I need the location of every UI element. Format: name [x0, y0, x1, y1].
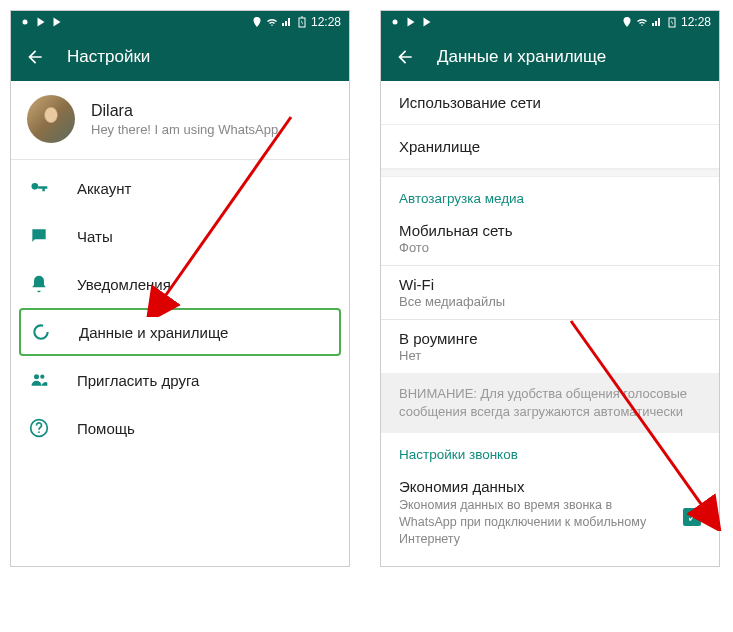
toolbar-title: Данные и хранилище — [437, 47, 606, 67]
status-left — [19, 16, 63, 28]
menu-list: Аккаунт Чаты Уведомления Данные и хранил… — [11, 160, 349, 456]
section-header-media: Автозагрузка медиа — [381, 177, 719, 212]
status-bar: 12:28 — [11, 11, 349, 33]
item-value: Нет — [399, 348, 701, 363]
checkbox-desc: Экономия данных во время звонка в WhatsA… — [399, 497, 671, 548]
menu-label: Уведомления — [77, 276, 171, 293]
key-icon — [29, 178, 49, 198]
status-time: 12:28 — [311, 15, 341, 29]
people-icon — [29, 370, 49, 390]
menu-label: Аккаунт — [77, 180, 131, 197]
svg-point-6 — [38, 431, 40, 433]
item-value: Фото — [399, 240, 701, 255]
item-title: Использование сети — [399, 94, 701, 111]
svg-point-8 — [393, 20, 398, 25]
checkbox-title: Экономия данных — [399, 478, 671, 495]
wifi-icon — [636, 16, 648, 28]
debug-icon — [19, 16, 31, 28]
help-icon — [29, 418, 49, 438]
play-icon-2 — [51, 16, 63, 28]
menu-chats[interactable]: Чаты — [11, 212, 349, 260]
item-title: Wi-Fi — [399, 276, 701, 293]
menu-label: Пригласить друга — [77, 372, 199, 389]
back-icon[interactable] — [395, 47, 415, 67]
profile-status: Hey there! I am using WhatsApp. — [91, 122, 282, 137]
signal-icon — [651, 16, 663, 28]
menu-label: Помощь — [77, 420, 135, 437]
play-icon — [405, 16, 417, 28]
item-value: Все медиафайлы — [399, 294, 701, 309]
toolbar: Данные и хранилище — [381, 33, 719, 81]
checkbox-checked-icon[interactable]: ✓ — [683, 508, 701, 526]
menu-help[interactable]: Помощь — [11, 404, 349, 452]
wifi-icon — [266, 16, 278, 28]
battery-icon — [296, 16, 308, 28]
data-usage-icon — [31, 322, 51, 342]
item-network-usage[interactable]: Использование сети — [381, 81, 719, 125]
back-icon[interactable] — [25, 47, 45, 67]
status-left — [389, 16, 433, 28]
menu-invite[interactable]: Пригласить друга — [11, 356, 349, 404]
svg-point-2 — [34, 325, 47, 338]
checkbox-text: Экономия данных Экономия данных во время… — [399, 478, 671, 548]
svg-point-4 — [40, 375, 44, 379]
play-icon — [35, 16, 47, 28]
svg-point-3 — [34, 374, 39, 379]
profile-name: Dilara — [91, 102, 282, 120]
location-icon — [621, 16, 633, 28]
svg-point-0 — [23, 20, 28, 25]
debug-icon — [389, 16, 401, 28]
profile-row[interactable]: Dilara Hey there! I am using WhatsApp. — [11, 81, 349, 159]
phone-left: 12:28 Настройки Dilara Hey there! I am u… — [10, 10, 350, 567]
item-wifi[interactable]: Wi-Fi Все медиафайлы — [381, 266, 719, 319]
item-title: Хранилище — [399, 138, 701, 155]
chat-icon — [29, 226, 49, 246]
menu-account[interactable]: Аккаунт — [11, 164, 349, 212]
status-time: 12:28 — [681, 15, 711, 29]
status-right: 12:28 — [621, 15, 711, 29]
status-bar: 12:28 — [381, 11, 719, 33]
toolbar: Настройки — [11, 33, 349, 81]
menu-data-storage[interactable]: Данные и хранилище — [19, 308, 341, 356]
location-icon — [251, 16, 263, 28]
profile-info: Dilara Hey there! I am using WhatsApp. — [91, 102, 282, 137]
section-spacer — [381, 169, 719, 177]
section-header-calls: Настройки звонков — [381, 433, 719, 468]
item-low-data-usage[interactable]: Экономия данных Экономия данных во время… — [381, 468, 719, 566]
battery-icon — [666, 16, 678, 28]
menu-label: Чаты — [77, 228, 113, 245]
avatar — [27, 95, 75, 143]
status-right: 12:28 — [251, 15, 341, 29]
play-icon-2 — [421, 16, 433, 28]
item-title: В роуминге — [399, 330, 701, 347]
item-roaming[interactable]: В роуминге Нет — [381, 320, 719, 373]
bell-icon — [29, 274, 49, 294]
toolbar-title: Настройки — [67, 47, 150, 67]
item-storage[interactable]: Хранилище — [381, 125, 719, 169]
item-mobile-data[interactable]: Мобильная сеть Фото — [381, 212, 719, 265]
signal-icon — [281, 16, 293, 28]
item-title: Мобильная сеть — [399, 222, 701, 239]
menu-label: Данные и хранилище — [79, 324, 228, 341]
voice-message-notice: ВНИМАНИЕ: Для удобства общения голосовые… — [381, 373, 719, 433]
phone-right: 12:28 Данные и хранилище Использование с… — [380, 10, 720, 567]
menu-notifications[interactable]: Уведомления — [11, 260, 349, 308]
